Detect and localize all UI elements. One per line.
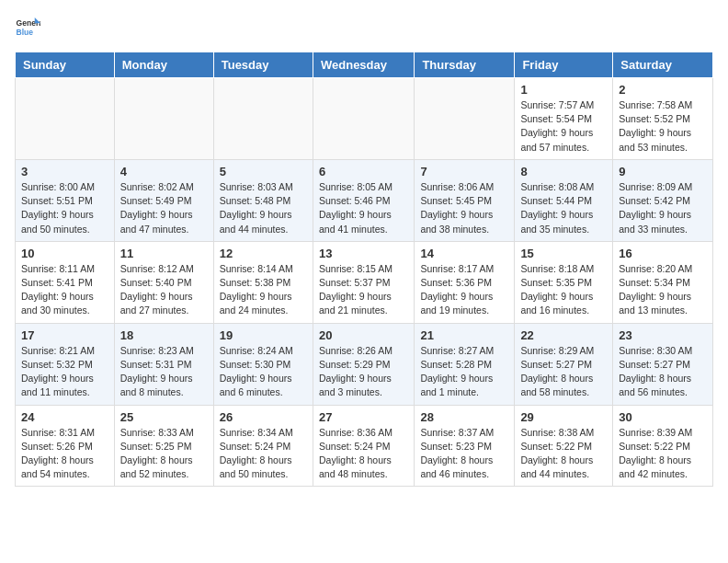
calendar-day-cell: 28Sunrise: 8:37 AM Sunset: 5:23 PM Dayli… bbox=[415, 405, 515, 487]
page-header: General Blue bbox=[15, 15, 713, 40]
svg-text:Blue: Blue bbox=[17, 28, 34, 37]
calendar-day-cell bbox=[114, 78, 213, 160]
calendar-day-cell: 8Sunrise: 8:08 AM Sunset: 5:44 PM Daylig… bbox=[515, 159, 613, 241]
day-number: 23 bbox=[619, 328, 707, 342]
day-number: 17 bbox=[21, 328, 108, 342]
day-number: 3 bbox=[21, 165, 108, 178]
calendar-day-cell: 26Sunrise: 8:34 AM Sunset: 5:24 PM Dayli… bbox=[213, 405, 313, 487]
day-number: 6 bbox=[319, 165, 408, 178]
calendar-day-cell: 23Sunrise: 8:30 AM Sunset: 5:27 PM Dayli… bbox=[613, 323, 713, 405]
day-header-thursday: Thursday bbox=[415, 52, 515, 78]
calendar-day-cell: 17Sunrise: 8:21 AM Sunset: 5:32 PM Dayli… bbox=[16, 323, 115, 405]
day-info: Sunrise: 8:24 AM Sunset: 5:30 PM Dayligh… bbox=[220, 344, 307, 400]
day-info: Sunrise: 8:08 AM Sunset: 5:44 PM Dayligh… bbox=[520, 180, 607, 236]
calendar-day-cell: 18Sunrise: 8:23 AM Sunset: 5:31 PM Dayli… bbox=[114, 323, 213, 405]
calendar-week-row: 1Sunrise: 7:57 AM Sunset: 5:54 PM Daylig… bbox=[16, 78, 713, 160]
day-number: 25 bbox=[120, 410, 208, 424]
day-info: Sunrise: 8:14 AM Sunset: 5:38 PM Dayligh… bbox=[220, 262, 307, 318]
calendar-day-cell: 16Sunrise: 8:20 AM Sunset: 5:34 PM Dayli… bbox=[613, 241, 713, 323]
day-number: 22 bbox=[520, 328, 607, 342]
calendar-day-cell: 20Sunrise: 8:26 AM Sunset: 5:29 PM Dayli… bbox=[313, 323, 414, 405]
day-header-wednesday: Wednesday bbox=[313, 52, 414, 78]
day-number: 1 bbox=[520, 83, 607, 97]
day-number: 15 bbox=[520, 247, 607, 260]
calendar-day-cell: 19Sunrise: 8:24 AM Sunset: 5:30 PM Dayli… bbox=[213, 323, 313, 405]
day-header-friday: Friday bbox=[515, 52, 613, 78]
calendar-day-cell: 5Sunrise: 8:03 AM Sunset: 5:48 PM Daylig… bbox=[213, 159, 313, 241]
day-info: Sunrise: 8:27 AM Sunset: 5:28 PM Dayligh… bbox=[420, 344, 508, 400]
day-number: 21 bbox=[420, 328, 508, 342]
calendar-day-cell: 7Sunrise: 8:06 AM Sunset: 5:45 PM Daylig… bbox=[415, 159, 515, 241]
day-header-saturday: Saturday bbox=[613, 52, 713, 78]
day-number: 18 bbox=[120, 328, 208, 342]
day-info: Sunrise: 8:20 AM Sunset: 5:34 PM Dayligh… bbox=[619, 262, 707, 318]
day-info: Sunrise: 7:57 AM Sunset: 5:54 PM Dayligh… bbox=[520, 98, 607, 155]
calendar-day-cell: 11Sunrise: 8:12 AM Sunset: 5:40 PM Dayli… bbox=[114, 241, 213, 323]
day-info: Sunrise: 8:17 AM Sunset: 5:36 PM Dayligh… bbox=[420, 262, 508, 318]
day-info: Sunrise: 8:02 AM Sunset: 5:49 PM Dayligh… bbox=[120, 180, 208, 236]
calendar-day-cell: 27Sunrise: 8:36 AM Sunset: 5:24 PM Dayli… bbox=[313, 405, 414, 487]
calendar-day-cell: 15Sunrise: 8:18 AM Sunset: 5:35 PM Dayli… bbox=[515, 241, 613, 323]
day-number: 20 bbox=[319, 328, 408, 342]
day-info: Sunrise: 8:33 AM Sunset: 5:25 PM Dayligh… bbox=[120, 426, 208, 482]
day-number: 30 bbox=[619, 410, 707, 424]
calendar-table: SundayMondayTuesdayWednesdayThursdayFrid… bbox=[15, 52, 713, 487]
calendar-week-row: 10Sunrise: 8:11 AM Sunset: 5:41 PM Dayli… bbox=[16, 241, 713, 323]
calendar-week-row: 3Sunrise: 8:00 AM Sunset: 5:51 PM Daylig… bbox=[16, 159, 713, 241]
day-info: Sunrise: 8:30 AM Sunset: 5:27 PM Dayligh… bbox=[619, 344, 707, 400]
calendar-day-cell bbox=[16, 78, 115, 160]
day-info: Sunrise: 8:15 AM Sunset: 5:37 PM Dayligh… bbox=[319, 262, 408, 318]
day-number: 13 bbox=[319, 247, 408, 260]
day-info: Sunrise: 8:26 AM Sunset: 5:29 PM Dayligh… bbox=[319, 344, 408, 400]
day-info: Sunrise: 8:31 AM Sunset: 5:26 PM Dayligh… bbox=[21, 426, 108, 482]
day-info: Sunrise: 8:38 AM Sunset: 5:22 PM Dayligh… bbox=[520, 426, 607, 482]
calendar-day-cell: 14Sunrise: 8:17 AM Sunset: 5:36 PM Dayli… bbox=[415, 241, 515, 323]
day-header-tuesday: Tuesday bbox=[213, 52, 313, 78]
calendar-day-cell bbox=[415, 78, 515, 160]
day-number: 14 bbox=[420, 247, 508, 260]
calendar-day-cell: 1Sunrise: 7:57 AM Sunset: 5:54 PM Daylig… bbox=[515, 78, 613, 160]
day-number: 10 bbox=[21, 247, 108, 260]
calendar-week-row: 17Sunrise: 8:21 AM Sunset: 5:32 PM Dayli… bbox=[16, 323, 713, 405]
calendar-day-cell bbox=[213, 78, 313, 160]
day-number: 5 bbox=[220, 165, 307, 178]
day-info: Sunrise: 8:12 AM Sunset: 5:40 PM Dayligh… bbox=[120, 262, 208, 318]
calendar-day-cell: 12Sunrise: 8:14 AM Sunset: 5:38 PM Dayli… bbox=[213, 241, 313, 323]
calendar-day-cell: 9Sunrise: 8:09 AM Sunset: 5:42 PM Daylig… bbox=[613, 159, 713, 241]
day-number: 26 bbox=[220, 410, 307, 424]
day-number: 7 bbox=[420, 165, 508, 178]
day-number: 4 bbox=[120, 165, 208, 178]
day-number: 2 bbox=[619, 83, 707, 97]
day-number: 28 bbox=[420, 410, 508, 424]
calendar-header-row: SundayMondayTuesdayWednesdayThursdayFrid… bbox=[16, 52, 713, 78]
day-number: 27 bbox=[319, 410, 408, 424]
day-info: Sunrise: 8:06 AM Sunset: 5:45 PM Dayligh… bbox=[420, 180, 508, 236]
day-info: Sunrise: 8:03 AM Sunset: 5:48 PM Dayligh… bbox=[220, 180, 307, 236]
day-info: Sunrise: 7:58 AM Sunset: 5:52 PM Dayligh… bbox=[619, 98, 707, 155]
day-info: Sunrise: 8:21 AM Sunset: 5:32 PM Dayligh… bbox=[21, 344, 108, 400]
day-info: Sunrise: 8:34 AM Sunset: 5:24 PM Dayligh… bbox=[220, 426, 307, 482]
calendar-day-cell: 25Sunrise: 8:33 AM Sunset: 5:25 PM Dayli… bbox=[114, 405, 213, 487]
calendar-day-cell: 13Sunrise: 8:15 AM Sunset: 5:37 PM Dayli… bbox=[313, 241, 414, 323]
calendar-day-cell bbox=[313, 78, 414, 160]
day-number: 8 bbox=[520, 165, 607, 178]
day-number: 12 bbox=[220, 247, 307, 260]
logo: General Blue bbox=[15, 15, 40, 40]
day-info: Sunrise: 8:11 AM Sunset: 5:41 PM Dayligh… bbox=[21, 262, 108, 318]
day-info: Sunrise: 8:05 AM Sunset: 5:46 PM Dayligh… bbox=[319, 180, 408, 236]
calendar-day-cell: 2Sunrise: 7:58 AM Sunset: 5:52 PM Daylig… bbox=[613, 78, 713, 160]
day-number: 24 bbox=[21, 410, 108, 424]
logo-icon: General Blue bbox=[15, 15, 40, 40]
calendar-day-cell: 3Sunrise: 8:00 AM Sunset: 5:51 PM Daylig… bbox=[16, 159, 115, 241]
day-info: Sunrise: 8:39 AM Sunset: 5:22 PM Dayligh… bbox=[619, 426, 707, 482]
calendar-day-cell: 6Sunrise: 8:05 AM Sunset: 5:46 PM Daylig… bbox=[313, 159, 414, 241]
day-info: Sunrise: 8:29 AM Sunset: 5:27 PM Dayligh… bbox=[520, 344, 607, 400]
calendar-day-cell: 29Sunrise: 8:38 AM Sunset: 5:22 PM Dayli… bbox=[515, 405, 613, 487]
day-header-sunday: Sunday bbox=[16, 52, 115, 78]
calendar-day-cell: 10Sunrise: 8:11 AM Sunset: 5:41 PM Dayli… bbox=[16, 241, 115, 323]
day-number: 11 bbox=[120, 247, 208, 260]
day-number: 19 bbox=[220, 328, 307, 342]
calendar-day-cell: 24Sunrise: 8:31 AM Sunset: 5:26 PM Dayli… bbox=[16, 405, 115, 487]
day-info: Sunrise: 8:00 AM Sunset: 5:51 PM Dayligh… bbox=[21, 180, 108, 236]
day-info: Sunrise: 8:36 AM Sunset: 5:24 PM Dayligh… bbox=[319, 426, 408, 482]
